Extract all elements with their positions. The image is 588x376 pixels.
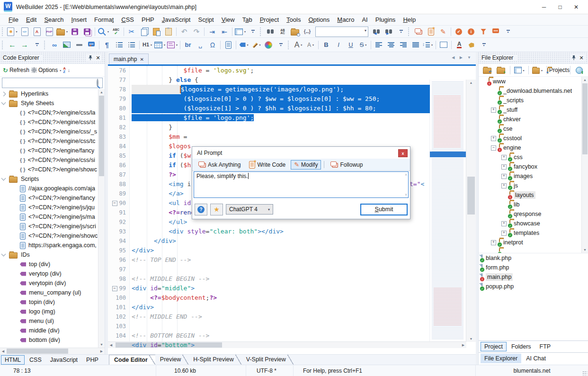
code-line[interactable]: 76 $file = 'logo.svg';	[108, 66, 430, 75]
search-input[interactable]	[4, 79, 96, 87]
panel-tab-folders[interactable]: Folders	[508, 342, 535, 351]
find-in-files[interactable]	[289, 26, 301, 37]
expand-icon[interactable]: +	[501, 174, 507, 179]
expand-icon[interactable]: +	[491, 136, 496, 141]
pin-icon[interactable]	[570, 54, 578, 62]
search[interactable]: ▾	[97, 26, 110, 37]
code-explorer-search[interactable]	[2, 78, 103, 88]
non-breaking-space[interactable]: ␣	[194, 39, 206, 51]
menu-format[interactable]: Format	[90, 15, 117, 25]
minimap[interactable]	[429, 80, 466, 342]
special-character[interactable]: Ω	[206, 39, 219, 51]
tree-item[interactable]: <?=CDN;?>/engine/js/ma	[0, 212, 105, 222]
replace[interactable]: ABAC	[276, 26, 289, 37]
ai-prompt-titlebar[interactable]: AI Prompt x	[192, 147, 410, 159]
unordered-list[interactable]	[113, 39, 125, 51]
scroll-down-icon[interactable]: ▼	[98, 341, 105, 348]
tree-item[interactable]: <?=CDN;?>/engine/showc	[0, 231, 105, 241]
tree-item[interactable]: <?=CDN;?>/engine/fancy	[0, 193, 105, 203]
menu-tools[interactable]: Tools	[283, 15, 304, 25]
view-tab-preview[interactable]: Preview	[155, 355, 188, 365]
file-tree-item-showcase[interactable]: +✓showcase	[479, 219, 588, 228]
find[interactable]	[264, 26, 276, 37]
code-line[interactable]: 101</div>	[108, 303, 430, 312]
tree-item[interactable]: verytopin (div)	[0, 278, 105, 288]
info[interactable]: i	[465, 26, 477, 37]
tree-item[interactable]: <?=CDN;?>/engine/js/jqu	[0, 203, 105, 212]
file-tree-item-qresponse[interactable]: ✓qresponse	[479, 209, 588, 219]
dock-tab-file-explorer[interactable]: File Explorer	[481, 354, 521, 363]
spell-check[interactable]: ABC✔	[110, 26, 122, 37]
paragraph[interactable]: ¶	[101, 39, 113, 51]
menu-insert[interactable]: Insert	[68, 15, 91, 25]
toolbar-overflow-5[interactable]: ▾	[275, 39, 287, 51]
menu-view[interactable]: View	[218, 15, 239, 25]
toolbar-overflow-2[interactable]: ▾	[395, 26, 407, 37]
code-document[interactable]: </>	[18, 26, 31, 37]
scroll-left-icon[interactable]: ◀	[108, 342, 114, 348]
file-tree-item-fancybox[interactable]: +✓fancybox	[479, 162, 588, 171]
tree-item[interactable]: IDs	[0, 250, 105, 260]
publish-globe[interactable]: ⬆	[573, 64, 586, 76]
file-tree-item-templates[interactable]: +✓templates	[479, 228, 588, 238]
code-line[interactable]: 94 </div>	[108, 236, 430, 246]
fold-icon[interactable]: −	[112, 201, 117, 206]
code-line[interactable]: 97	[108, 265, 430, 274]
strikethrough[interactable]: S▾	[357, 39, 369, 51]
tree-item[interactable]: Hyperlinks	[0, 89, 105, 98]
file-item-main.php[interactable]: !main.php	[479, 272, 588, 282]
tree-item[interactable]: { }<?=CDN;?>/engine/css/st	[0, 117, 105, 127]
code-line[interactable]: 100 <?=$bodycontent;?>	[108, 293, 430, 303]
text-document[interactable]: A	[31, 26, 43, 37]
code-line[interactable]: 79 ($logosize[0] > 0 ) ? $ww = $logosize…	[108, 94, 430, 104]
code-line[interactable]: 96<!-- TOP END -->	[108, 255, 430, 265]
undo[interactable]: ↶	[178, 26, 190, 37]
view-tab-v-split-preview[interactable]: V-Split Preview	[241, 355, 294, 365]
navigate-back[interactable]: ←	[6, 39, 18, 51]
tree-item[interactable]: https://spark.engaga.com,	[0, 241, 105, 250]
refresh-button[interactable]: ↻Refresh	[3, 67, 29, 74]
tree-item[interactable]: { }<?=CDN;?>/engine/showc	[0, 165, 105, 174]
indent[interactable]: ⇥	[206, 26, 218, 37]
folder-up[interactable]: ↶	[481, 64, 493, 76]
color-picker[interactable]	[262, 39, 275, 51]
sort-az-icon[interactable]: AZ	[63, 67, 66, 73]
tree-item[interactable]: <?=CDN;?>/engine/js/scri	[0, 222, 105, 231]
scroll-right-icon[interactable]: ▶	[98, 348, 105, 354]
align-justify[interactable]	[410, 39, 422, 51]
file-tree-item-css[interactable]: +✓css	[479, 152, 588, 162]
scroll-down-icon[interactable]: ▼	[466, 336, 476, 342]
cut[interactable]: ✂	[125, 26, 138, 37]
scroll-right-icon[interactable]: ▶	[460, 342, 466, 348]
server-script[interactable]	[222, 39, 234, 51]
fill-color[interactable]	[465, 39, 478, 51]
view-mode[interactable]: ▾	[513, 64, 526, 76]
menu-script[interactable]: Script	[194, 15, 217, 25]
fold-icon[interactable]: −	[112, 286, 117, 291]
code-line[interactable]: 103	[108, 322, 430, 331]
code-line[interactable]: 93 <div style="clear: both"></div>	[108, 227, 430, 236]
ai-tab-followup[interactable]: Followup	[327, 160, 366, 170]
save-all[interactable]	[81, 26, 93, 37]
menu-edit[interactable]: Edit	[22, 15, 40, 25]
panel-tab-ftp[interactable]: FTP	[536, 342, 555, 351]
tab-main-php[interactable]: main.php ✕	[109, 54, 149, 64]
file-explorer-vscrollbar[interactable]: ▲ ▼	[581, 77, 588, 253]
bold[interactable]: B	[320, 39, 332, 51]
toolbar-overflow-1[interactable]: ▾	[247, 26, 259, 37]
ai-edit[interactable]: ✎	[437, 26, 449, 37]
menu-css[interactable]: CSS	[117, 15, 138, 25]
tree-item[interactable]: { }<?=CDN;?>/engine/css/tc	[0, 136, 105, 146]
code-line[interactable]: 82 }	[108, 123, 430, 132]
code-line[interactable]: 83 $mm =	[108, 132, 430, 142]
font-size[interactable]: A▾	[304, 39, 317, 51]
expand-icon[interactable]: +	[501, 155, 507, 160]
ai-snippet[interactable]: ★	[425, 26, 437, 37]
underline[interactable]: U	[345, 39, 357, 51]
tree-item[interactable]: Scripts	[0, 174, 105, 184]
expand-icon[interactable]: +	[491, 240, 496, 245]
file-tree-item-_scripts[interactable]: ✓_scripts	[479, 96, 588, 105]
ai-chat[interactable]	[490, 26, 502, 37]
paste[interactable]	[150, 26, 162, 37]
scroll-up-icon[interactable]: ▲	[466, 80, 476, 86]
